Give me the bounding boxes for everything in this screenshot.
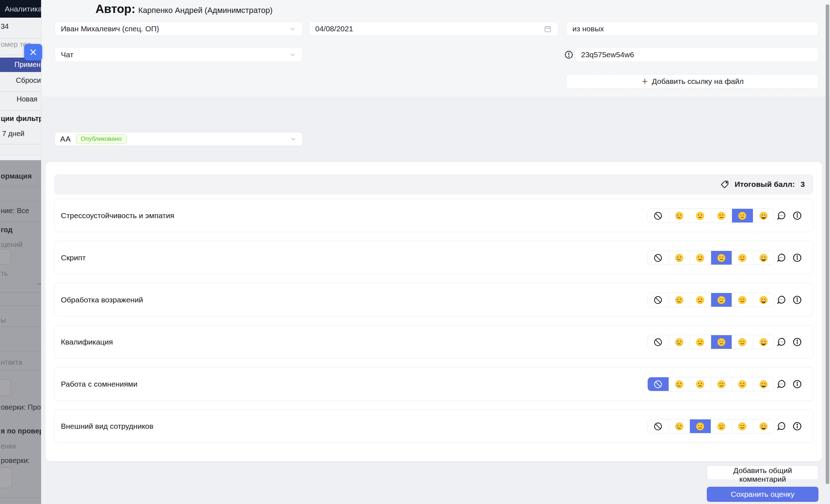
- filters-sidebar: Аналитика 34 омер тел Примени Сбросит Но…: [0, 0, 41, 504]
- rating-option-face-neutral[interactable]: [711, 209, 732, 222]
- channel-select[interactable]: Чат: [55, 48, 303, 62]
- rating-option-face-frown[interactable]: [690, 419, 711, 433]
- rating-option-face-crying[interactable]: [669, 419, 690, 433]
- rating-option-no-rating[interactable]: [648, 209, 669, 222]
- evaluator-initials: АА: [60, 135, 71, 143]
- comment-bubble-icon[interactable]: [776, 295, 786, 305]
- source-input[interactable]: из новых: [566, 22, 818, 36]
- total-score-bar: Итоговый балл: 3: [54, 174, 813, 194]
- info-icon[interactable]: [792, 421, 802, 431]
- divider: [0, 38, 41, 39]
- rating-option-face-frown[interactable]: [690, 293, 711, 307]
- rating-option-face-frown[interactable]: [690, 335, 711, 349]
- divider: [0, 144, 41, 144]
- rating-option-face-grin[interactable]: [753, 251, 774, 265]
- criterion-row: Обработка возражений: [54, 283, 813, 316]
- analytics-header: Аналитика: [0, 0, 41, 18]
- rating-option-face-grin[interactable]: [753, 209, 774, 222]
- rating-option-face-grin[interactable]: [753, 377, 774, 391]
- rating-option-face-grin[interactable]: [753, 293, 774, 307]
- criterion-row: Внешний вид сотрудников: [54, 409, 813, 443]
- sidebar-count: 34: [1, 22, 9, 31]
- divider: [0, 110, 41, 111]
- total-score-label: Итоговый балл:: [735, 180, 795, 189]
- screen: Аналитика 34 омер тел Примени Сбросит Но…: [0, 0, 830, 504]
- scorecard: Итоговый балл: 3 Стрессоустойчивость и э…: [45, 162, 822, 461]
- sidebar-backdrop: [0, 160, 41, 504]
- save-evaluation-button[interactable]: Сохранить оценку: [707, 487, 818, 502]
- rating-option-face-crying[interactable]: [669, 251, 690, 265]
- rating-option-face-smile[interactable]: [732, 335, 753, 349]
- rating-option-face-smile[interactable]: [732, 377, 753, 391]
- rating-option-face-neutral[interactable]: [711, 293, 732, 307]
- reset-filters-button[interactable]: Сбросит: [16, 76, 41, 85]
- rating-option-face-neutral[interactable]: [711, 419, 732, 433]
- status-badge: Опубликовано: [76, 134, 126, 144]
- rating-option-face-smile[interactable]: [732, 419, 753, 433]
- criterion-label: Работа с сомнениями: [61, 380, 137, 388]
- rating-option-face-frown[interactable]: [690, 377, 711, 391]
- rating-option-face-grin[interactable]: [753, 419, 774, 433]
- rating-option-face-frown[interactable]: [690, 209, 711, 222]
- add-file-link-button[interactable]: Добавить ссылку на файл: [566, 74, 818, 89]
- conversation-id-input[interactable]: 23q575ew54w6: [575, 48, 818, 62]
- chevron-down-icon: [289, 135, 297, 143]
- author-name: Карпенко Андрей (Админимстратор): [138, 6, 273, 15]
- info-icon[interactable]: [792, 295, 802, 305]
- chevron-down-icon: [289, 51, 296, 59]
- criterion-label: Скрипт: [61, 253, 86, 262]
- rating-option-face-crying[interactable]: [669, 209, 690, 222]
- rating-option-face-frown[interactable]: [690, 251, 711, 265]
- rating-option-face-smile[interactable]: [732, 293, 753, 307]
- rating-scale: [647, 208, 774, 223]
- tag-icon: [720, 180, 729, 189]
- criterion-label: Обработка возражений: [61, 296, 143, 304]
- rating-option-no-rating[interactable]: [648, 251, 669, 265]
- rating-scale: [647, 251, 774, 265]
- comment-bubble-icon[interactable]: [776, 379, 786, 389]
- chevron-down-icon: [289, 25, 296, 33]
- comment-bubble-icon[interactable]: [776, 211, 786, 221]
- info-icon[interactable]: [792, 379, 802, 389]
- date-picker[interactable]: 04/08/2021: [309, 22, 558, 36]
- rating-option-face-smile[interactable]: [732, 209, 753, 222]
- evaluation-status-select[interactable]: АА Опубликовано: [55, 132, 303, 146]
- rating-option-no-rating[interactable]: [648, 419, 669, 433]
- criterion-label: Квалификация: [61, 338, 113, 346]
- filters-section-title: ции фильтров: [1, 114, 41, 123]
- rating-scale: [647, 377, 774, 391]
- total-score-value: 3: [800, 180, 805, 189]
- add-general-comment-button[interactable]: Добавить общий комментарий: [707, 465, 818, 480]
- close-button[interactable]: [24, 44, 42, 60]
- rating-option-face-smile[interactable]: [732, 251, 753, 265]
- comment-bubble-icon[interactable]: [776, 337, 786, 347]
- close-icon: [29, 48, 37, 56]
- info-icon[interactable]: [792, 337, 802, 347]
- info-icon[interactable]: [792, 253, 802, 263]
- criterion-row: Скрипт: [54, 241, 813, 274]
- criterion-row: Стрессоустойчивость и эмпатия: [54, 199, 813, 232]
- new-filter-button[interactable]: Новая: [17, 95, 37, 103]
- rating-option-face-crying[interactable]: [669, 335, 690, 349]
- rating-option-face-crying[interactable]: [669, 293, 690, 307]
- rating-scale: [647, 335, 774, 349]
- rating-option-face-neutral[interactable]: [711, 335, 732, 349]
- criterion-label: Стрессоустойчивость и эмпатия: [61, 211, 174, 220]
- divider: [0, 155, 41, 155]
- rating-option-no-rating[interactable]: [648, 335, 669, 349]
- rating-option-no-rating[interactable]: [648, 293, 669, 307]
- rating-option-face-neutral[interactable]: [711, 251, 732, 265]
- author-label: Автор:: [95, 2, 135, 16]
- rating-option-face-grin[interactable]: [753, 335, 774, 349]
- evaluation-panel: Автор: Карпенко Андрей (Админимстратор) …: [41, 0, 830, 504]
- info-icon[interactable]: [792, 211, 802, 221]
- rating-option-face-crying[interactable]: [669, 377, 690, 391]
- scrollbar-thumb[interactable]: [826, 4, 829, 484]
- criteria-list: Стрессоустойчивость и эмпатия Скрипт Обр…: [54, 199, 813, 451]
- comment-bubble-icon[interactable]: [776, 253, 786, 263]
- criterion-row: Квалификация: [54, 325, 813, 359]
- rating-option-no-rating[interactable]: [648, 377, 669, 391]
- comment-bubble-icon[interactable]: [776, 421, 786, 431]
- manager-select[interactable]: Иван Михалевич (спец. ОП): [55, 22, 303, 36]
- rating-option-face-neutral[interactable]: [711, 377, 732, 391]
